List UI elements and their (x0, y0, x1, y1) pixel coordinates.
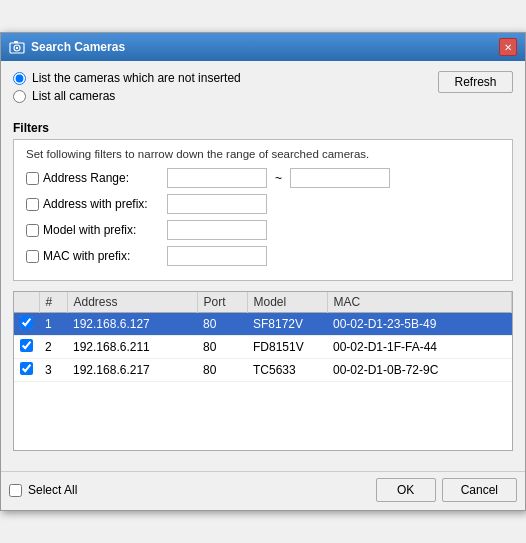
close-button[interactable]: ✕ (499, 38, 517, 56)
filters-box: Set following filters to narrow down the… (13, 139, 513, 281)
table-row[interactable]: 1 192.168.6.127 80 SF8172V 00-02-D1-23-5… (14, 313, 512, 336)
main-content: List the cameras which are not inserted … (1, 61, 525, 471)
radio-all-cameras-label: List all cameras (32, 89, 115, 103)
row-checkbox-cell[interactable] (14, 336, 39, 359)
window-title: Search Cameras (31, 40, 125, 54)
row-model: TC5633 (247, 359, 327, 382)
radio-group: List the cameras which are not inserted … (13, 71, 241, 107)
table-row[interactable]: 3 192.168.6.217 80 TC5633 00-02-D1-0B-72… (14, 359, 512, 382)
row-address: 192.168.6.127 (67, 313, 197, 336)
mac-prefix-label: MAC with prefix: (43, 249, 163, 263)
address-prefix-input[interactable] (167, 194, 267, 214)
title-bar: Search Cameras ✕ (1, 33, 525, 61)
select-all-label: Select All (28, 483, 77, 497)
address-range-label: Address Range: (43, 171, 163, 185)
svg-rect-2 (14, 41, 18, 43)
table-header-row: # Address Port Model MAC (14, 292, 512, 313)
refresh-button[interactable]: Refresh (438, 71, 513, 93)
address-range-to-input[interactable] (290, 168, 390, 188)
row-number: 1 (39, 313, 67, 336)
address-range-from-input[interactable] (167, 168, 267, 188)
address-range-row: Address Range: ~ (26, 168, 500, 188)
address-prefix-checkbox[interactable] (26, 198, 39, 211)
th-number: # (39, 292, 67, 313)
row-address: 192.168.6.217 (67, 359, 197, 382)
radio-not-inserted-label: List the cameras which are not inserted (32, 71, 241, 85)
search-cameras-window: Search Cameras ✕ List the cameras which … (0, 32, 526, 511)
row-checkbox-cell[interactable] (14, 313, 39, 336)
th-checkbox (14, 292, 39, 313)
address-prefix-row: Address with prefix: (26, 194, 500, 214)
row-checkbox[interactable] (20, 362, 33, 375)
select-all-checkbox[interactable] (9, 484, 22, 497)
radio-all-cameras-row: List all cameras (13, 89, 241, 103)
row-mac: 00-02-D1-23-5B-49 (327, 313, 512, 336)
row-port: 80 (197, 336, 247, 359)
row-number: 2 (39, 336, 67, 359)
radio-not-inserted-row: List the cameras which are not inserted (13, 71, 241, 85)
row-port: 80 (197, 313, 247, 336)
camera-table-container: # Address Port Model MAC 1 192.168.6.127… (13, 291, 513, 451)
row-port: 80 (197, 359, 247, 382)
row-checkbox[interactable] (20, 316, 33, 329)
mac-prefix-input[interactable] (167, 246, 267, 266)
row-model: SF8172V (247, 313, 327, 336)
th-address: Address (67, 292, 197, 313)
row-checkbox[interactable] (20, 339, 33, 352)
address-range-checkbox[interactable] (26, 172, 39, 185)
bottom-bar: Select All OK Cancel (1, 471, 525, 510)
cancel-button[interactable]: Cancel (442, 478, 517, 502)
title-bar-left: Search Cameras (9, 39, 125, 55)
filters-title: Filters (13, 121, 513, 135)
model-prefix-row: Model with prefix: (26, 220, 500, 240)
row-checkbox-cell[interactable] (14, 359, 39, 382)
th-port: Port (197, 292, 247, 313)
ok-button[interactable]: OK (376, 478, 436, 502)
th-model: Model (247, 292, 327, 313)
row-mac: 00-02-D1-1F-FA-44 (327, 336, 512, 359)
radio-not-inserted[interactable] (13, 72, 26, 85)
tilde-separator: ~ (271, 171, 286, 185)
bottom-buttons: OK Cancel (376, 478, 517, 502)
camera-table: # Address Port Model MAC 1 192.168.6.127… (14, 292, 512, 382)
filter-description: Set following filters to narrow down the… (26, 148, 500, 160)
camera-icon (9, 39, 25, 55)
row-address: 192.168.6.211 (67, 336, 197, 359)
model-prefix-input[interactable] (167, 220, 267, 240)
mac-prefix-checkbox[interactable] (26, 250, 39, 263)
svg-point-3 (16, 47, 18, 49)
mac-prefix-row: MAC with prefix: (26, 246, 500, 266)
address-prefix-label: Address with prefix: (43, 197, 163, 211)
camera-table-body: 1 192.168.6.127 80 SF8172V 00-02-D1-23-5… (14, 313, 512, 382)
table-row[interactable]: 2 192.168.6.211 80 FD8151V 00-02-D1-1F-F… (14, 336, 512, 359)
row-model: FD8151V (247, 336, 327, 359)
model-prefix-checkbox[interactable] (26, 224, 39, 237)
radio-refresh-row: List the cameras which are not inserted … (13, 71, 513, 115)
th-mac: MAC (327, 292, 512, 313)
select-all-row: Select All (9, 483, 77, 497)
row-number: 3 (39, 359, 67, 382)
radio-all-cameras[interactable] (13, 90, 26, 103)
model-prefix-label: Model with prefix: (43, 223, 163, 237)
row-mac: 00-02-D1-0B-72-9C (327, 359, 512, 382)
title-controls: ✕ (499, 38, 517, 56)
